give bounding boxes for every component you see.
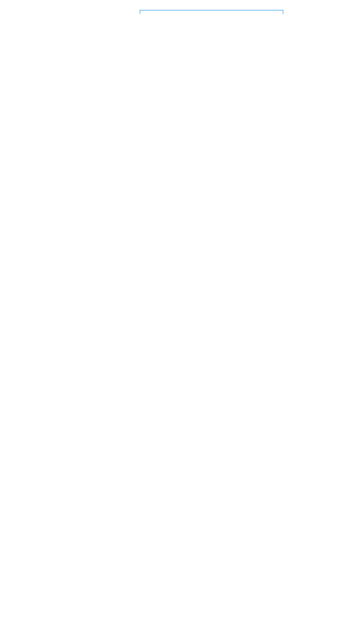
maximize-button[interactable]: ☐ xyxy=(248,11,264,14)
minimize-button[interactable]: — xyxy=(233,11,248,14)
window-title: Параметры xyxy=(144,14,166,14)
settings-window: Параметры — ☐ ✕ Параметры Windows Найти … xyxy=(140,10,283,14)
titlebar: Параметры — ☐ ✕ xyxy=(140,11,283,14)
close-button[interactable]: ✕ xyxy=(264,11,279,14)
